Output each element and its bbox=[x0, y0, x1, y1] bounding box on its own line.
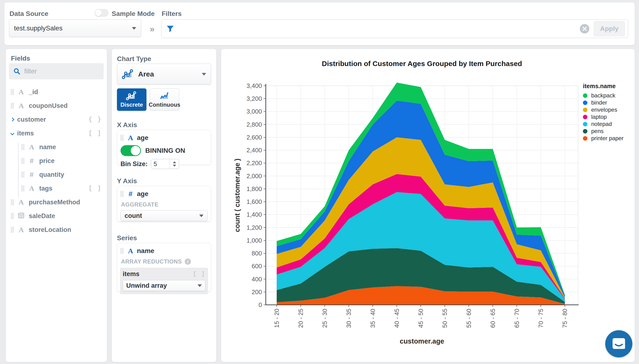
filters-input[interactable]: ✕ Apply bbox=[161, 20, 628, 38]
chevron-down-icon bbox=[132, 27, 136, 30]
svg-text:50 - 55: 50 - 55 bbox=[441, 309, 448, 328]
legend-item-envelopes[interactable]: envelopes bbox=[583, 106, 623, 113]
svg-text:600: 600 bbox=[252, 262, 262, 270]
chat-button[interactable] bbox=[605, 330, 632, 357]
y-axis-card: # age AGGREGATE count bbox=[117, 186, 211, 222]
chevron-down-icon[interactable] bbox=[11, 132, 15, 136]
number-type-icon: # bbox=[126, 190, 135, 198]
clear-filter-icon[interactable]: ✕ bbox=[580, 24, 589, 34]
double-chevron-icon: » bbox=[150, 24, 155, 34]
drag-handle-icon[interactable] bbox=[11, 213, 14, 219]
legend-item-printer-paper[interactable]: printer paper bbox=[583, 135, 623, 142]
stepper-icon[interactable] bbox=[170, 159, 179, 169]
bin-size-label: Bin Size: bbox=[121, 160, 148, 168]
svg-text:2,400: 2,400 bbox=[247, 146, 262, 154]
binning-toggle[interactable] bbox=[121, 145, 141, 156]
field-item-purchaseMethod[interactable]: ApurchaseMethod bbox=[6, 195, 107, 209]
data-source-select[interactable]: test.supplySales bbox=[9, 20, 141, 37]
number-type-icon: # bbox=[27, 170, 36, 179]
drag-handle-icon[interactable] bbox=[22, 144, 25, 150]
svg-text:60 - 65: 60 - 65 bbox=[489, 309, 496, 328]
svg-text:2,800: 2,800 bbox=[247, 121, 262, 128]
info-icon[interactable]: i bbox=[185, 258, 191, 265]
chevron-right-icon[interactable] bbox=[11, 118, 15, 122]
drag-handle-icon[interactable] bbox=[11, 227, 14, 233]
continuous-label: Continuous bbox=[149, 102, 180, 108]
drag-handle-icon[interactable] bbox=[121, 135, 124, 141]
sample-mode-label: Sample Mode bbox=[112, 10, 155, 18]
chart-type-value: Area bbox=[138, 70, 154, 78]
sample-mode-toggle[interactable] bbox=[95, 9, 108, 17]
legend-swatch bbox=[583, 100, 587, 105]
series-field: name bbox=[137, 247, 154, 255]
svg-text:0: 0 bbox=[259, 301, 262, 308]
legend-item-laptop[interactable]: laptop bbox=[583, 113, 623, 120]
field-item-customer[interactable]: customer{ } bbox=[6, 112, 107, 126]
discrete-button[interactable]: Discrete bbox=[117, 88, 147, 111]
field-item-quantity[interactable]: #quantity bbox=[6, 168, 107, 182]
legend-label: pens bbox=[591, 128, 603, 134]
svg-text:40 - 45: 40 - 45 bbox=[393, 309, 400, 328]
filter-funnel-icon bbox=[166, 25, 174, 33]
field-item-items[interactable]: items[ ] bbox=[6, 126, 107, 140]
field-item-saleDate[interactable]: saleDate bbox=[6, 209, 107, 223]
array-reduction-select[interactable]: Unwind array bbox=[123, 280, 205, 291]
area-chart-icon bbox=[122, 69, 134, 79]
field-item-storeLocation[interactable]: AstoreLocation bbox=[6, 223, 107, 237]
legend-label: laptop bbox=[591, 114, 607, 120]
legend-item-binder[interactable]: binder bbox=[583, 99, 623, 106]
array-field-label: items bbox=[123, 270, 140, 278]
field-item-tags[interactable]: Atags[ ] bbox=[6, 182, 107, 195]
legend-item-pens[interactable]: pens bbox=[583, 128, 623, 135]
legend-item-backpack[interactable]: backpack bbox=[583, 92, 623, 99]
number-type-icon: # bbox=[27, 157, 36, 165]
apply-button[interactable]: Apply bbox=[593, 21, 625, 36]
legend-swatch bbox=[583, 122, 587, 126]
svg-text:45 - 50: 45 - 50 bbox=[417, 309, 424, 328]
drag-handle-icon[interactable] bbox=[11, 199, 14, 205]
drag-handle-icon[interactable] bbox=[11, 103, 14, 109]
field-filter-input[interactable] bbox=[24, 68, 91, 75]
drag-handle-icon[interactable] bbox=[11, 89, 14, 95]
drag-handle-icon[interactable] bbox=[22, 172, 25, 178]
continuous-button[interactable]: Continuous bbox=[150, 88, 179, 111]
bin-size-input[interactable] bbox=[151, 159, 179, 169]
svg-text:1,000: 1,000 bbox=[247, 237, 262, 244]
chevron-down-icon bbox=[198, 284, 202, 287]
drag-handle-icon[interactable] bbox=[22, 185, 25, 192]
discrete-area-icon bbox=[125, 91, 138, 100]
legend-title: items.name bbox=[583, 83, 623, 90]
svg-text:25 - 30: 25 - 30 bbox=[321, 309, 328, 328]
svg-text:400: 400 bbox=[252, 276, 262, 283]
drag-handle-icon[interactable] bbox=[121, 191, 124, 197]
x-axis-title: customer.age bbox=[400, 338, 444, 345]
field-item-price[interactable]: #price bbox=[6, 154, 107, 168]
drag-handle-icon[interactable] bbox=[22, 158, 25, 164]
chart-type-label: Chart Type bbox=[117, 55, 151, 63]
toggle-knob bbox=[131, 146, 140, 156]
aggregate-select[interactable]: count bbox=[121, 210, 208, 221]
chevron-down-icon bbox=[202, 73, 206, 76]
field-search-box[interactable] bbox=[9, 63, 104, 79]
legend-item-notepad[interactable]: notepad bbox=[583, 120, 623, 128]
array-badge-icon: [ ] bbox=[193, 271, 205, 277]
array-reduction-box: items [ ] Unwind array bbox=[120, 268, 208, 294]
binning-label: BINNING ON bbox=[145, 147, 185, 154]
svg-text:75 - 80: 75 - 80 bbox=[561, 309, 568, 328]
legend-swatch bbox=[583, 108, 587, 112]
bin-size-value[interactable] bbox=[151, 159, 170, 169]
chart-type-select[interactable]: Area bbox=[117, 64, 211, 84]
drag-handle-icon[interactable] bbox=[121, 248, 124, 254]
field-label: items bbox=[17, 130, 34, 137]
field-item-couponUsed[interactable]: AcouponUsed bbox=[6, 99, 107, 112]
field-label: storeLocation bbox=[29, 226, 71, 234]
chart-panel: 02004006008001,0001,2001,4001,6001,8002,… bbox=[221, 49, 635, 362]
field-item-_id[interactable]: A_id bbox=[6, 85, 107, 99]
string-type-icon: A bbox=[17, 88, 26, 96]
svg-text:55 - 60: 55 - 60 bbox=[465, 309, 472, 328]
aggregate-value: count bbox=[125, 212, 142, 220]
field-item-name[interactable]: Aname bbox=[6, 140, 107, 154]
toggle-knob bbox=[95, 10, 102, 16]
fields-panel: Fields A_idAcouponUsedcustomer{ }items[ … bbox=[6, 49, 107, 362]
x-axis-field: age bbox=[137, 134, 148, 142]
